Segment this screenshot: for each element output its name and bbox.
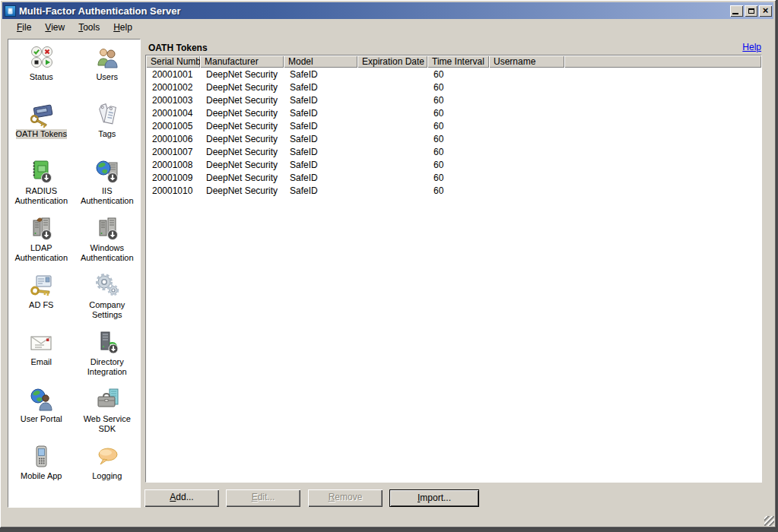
add-button[interactable]: Add... [144, 489, 219, 507]
sidebar-item-label: Users [96, 72, 118, 82]
sidebar-item-label: LDAP Authentication [10, 243, 72, 263]
sidebar: Status Users [8, 39, 141, 508]
oath-tokens-list: Serial Number Manufacturer Model Expirat… [145, 55, 762, 483]
menu-file[interactable]: File [10, 20, 38, 35]
table-row[interactable]: 20001003DeepNet SecuritySafeID60 [146, 93, 761, 106]
minimize-icon [732, 13, 738, 14]
edit-button[interactable]: Edit... [226, 489, 300, 507]
radius-authentication-icon [28, 158, 54, 185]
sidebar-item-label: Company Settings [76, 300, 138, 320]
sidebar-item-mobile-app[interactable]: Mobile App [8, 443, 75, 500]
sidebar-item-iis-authentication[interactable]: IIS Authentication [75, 158, 141, 215]
menu-tools[interactable]: Tools [71, 20, 106, 35]
close-icon: × [763, 7, 769, 14]
menu-bar: File View Tools Help [2, 19, 773, 36]
sidebar-item-directory-integration[interactable]: Directory Integration [75, 329, 141, 386]
table-header-row: Serial Number Manufacturer Model Expirat… [146, 55, 761, 68]
column-header-serial-number[interactable]: Serial Number [146, 55, 200, 68]
column-header-expiration-date[interactable]: Expiration Date [357, 55, 427, 68]
sidebar-item-user-portal[interactable]: User Portal [8, 386, 75, 443]
sidebar-item-status[interactable]: Status [8, 44, 75, 101]
sidebar-item-label: User Portal [21, 414, 62, 424]
help-link[interactable]: Help [742, 42, 761, 52]
directory-integration-icon [94, 329, 120, 356]
resize-grip-icon[interactable] [764, 516, 774, 526]
maximize-button[interactable] [745, 5, 757, 17]
maximize-icon [748, 8, 754, 14]
column-header-model[interactable]: Model [284, 55, 357, 68]
tags-icon [95, 101, 119, 128]
app-icon [5, 5, 16, 17]
sidebar-item-label: Logging [92, 471, 122, 481]
logging-icon [94, 443, 121, 470]
sidebar-item-logging[interactable]: Logging [75, 443, 141, 500]
sidebar-item-label: Mobile App [21, 471, 62, 481]
sidebar-item-email[interactable]: Email [8, 329, 75, 386]
sidebar-item-windows-authentication[interactable]: Windows Authentication [75, 215, 141, 272]
menu-view[interactable]: View [38, 20, 71, 35]
sidebar-item-ad-fs[interactable]: AD FS [8, 272, 75, 329]
import-button[interactable]: Import... [389, 489, 479, 507]
sidebar-item-users[interactable]: Users [75, 44, 141, 101]
minimize-button[interactable] [730, 5, 743, 17]
company-settings-icon [94, 272, 120, 299]
sidebar-item-label: Status [30, 72, 53, 82]
sidebar-item-radius-authentication[interactable]: RADIUS Authentication [8, 158, 75, 215]
windows-authentication-icon [94, 215, 120, 242]
status-icon [29, 44, 53, 71]
email-icon [27, 329, 55, 356]
token-table: Serial Number Manufacturer Model Expirat… [146, 55, 761, 197]
table-row[interactable]: 20001009DeepNet SecuritySafeID60 [146, 171, 761, 184]
ldap-authentication-icon [28, 215, 54, 242]
table-row[interactable]: 20001005DeepNet SecuritySafeID60 [146, 119, 761, 132]
mobile-app-icon [30, 443, 52, 470]
sidebar-item-label: Windows Authentication [76, 243, 138, 263]
column-header-time-interval[interactable]: Time Interval [427, 55, 489, 68]
column-header-manufacturer[interactable]: Manufacturer [200, 55, 284, 68]
sidebar-item-web-service-sdk[interactable]: Web Service SDK [75, 386, 141, 443]
table-row[interactable]: 20001001DeepNet SecuritySafeID60 [146, 68, 761, 81]
page-title: OATH Tokens [148, 43, 208, 53]
title-bar: Multi-Factor Authentication Server × [2, 2, 773, 19]
menu-help[interactable]: Help [106, 20, 139, 35]
close-button[interactable]: × [759, 5, 772, 17]
sidebar-item-oath-tokens[interactable]: OATH Tokens [8, 101, 75, 158]
oath-tokens-icon [27, 101, 55, 128]
user-portal-icon [28, 386, 54, 413]
app-window: Multi-Factor Authentication Server × Fil… [0, 0, 776, 528]
sidebar-item-company-settings[interactable]: Company Settings [75, 272, 141, 329]
window-title: Multi-Factor Authentication Server [19, 5, 181, 17]
sidebar-item-label: IIS Authentication [76, 186, 138, 206]
users-icon [94, 44, 120, 71]
sidebar-item-label: Directory Integration [76, 357, 138, 377]
column-header-username[interactable]: Username [489, 55, 564, 68]
sidebar-item-label: Tags [98, 129, 116, 139]
table-row[interactable]: 20001004DeepNet SecuritySafeID60 [146, 106, 761, 119]
table-row[interactable]: 20001006DeepNet SecuritySafeID60 [146, 132, 761, 145]
table-row[interactable]: 20001002DeepNet SecuritySafeID60 [146, 81, 761, 93]
column-header-filler [564, 55, 761, 68]
remove-button[interactable]: Remove [308, 489, 383, 507]
table-row[interactable]: 20001010DeepNet SecuritySafeID60 [146, 184, 761, 197]
sidebar-item-label: OATH Tokens [16, 129, 67, 139]
token-table-body: 20001001DeepNet SecuritySafeID6020001002… [146, 68, 761, 197]
ad-fs-icon [28, 272, 54, 299]
sidebar-item-label: RADIUS Authentication [10, 186, 72, 206]
sidebar-item-label: Web Service SDK [76, 414, 138, 434]
sidebar-item-ldap-authentication[interactable]: LDAP Authentication [8, 215, 75, 272]
iis-authentication-icon [94, 158, 120, 185]
sidebar-item-label: Email [30, 357, 52, 367]
web-service-sdk-icon [94, 386, 120, 413]
sidebar-item-label: AD FS [29, 300, 53, 310]
table-row[interactable]: 20001007DeepNet SecuritySafeID60 [146, 145, 761, 158]
table-row[interactable]: 20001008DeepNet SecuritySafeID60 [146, 158, 761, 171]
sidebar-item-tags[interactable]: Tags [75, 101, 141, 158]
